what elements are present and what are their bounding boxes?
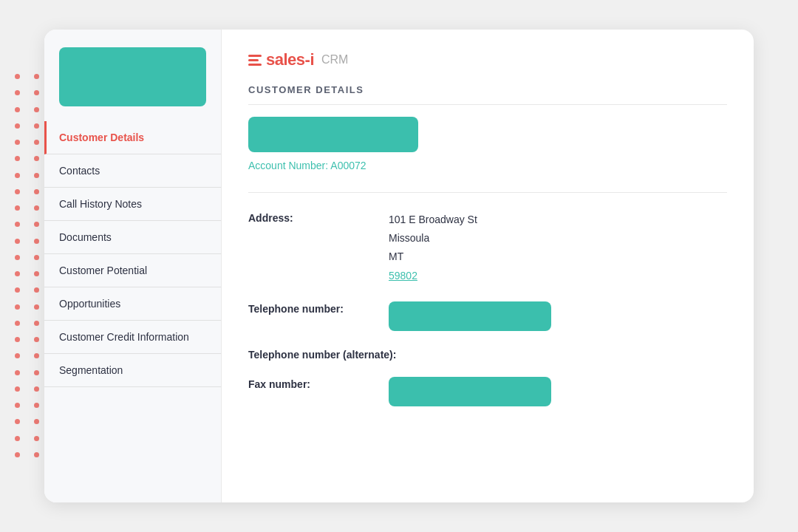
fax-row: Fax number: bbox=[248, 377, 727, 406]
logo-line-2 bbox=[248, 59, 259, 61]
address-value: 101 E Broadway St Missoula MT 59802 bbox=[389, 211, 727, 285]
account-number-label: Account Number: bbox=[248, 160, 328, 171]
account-number: Account Number: A00072 bbox=[248, 160, 727, 171]
address-zip: 59802 bbox=[389, 267, 727, 285]
logo-line-3 bbox=[248, 64, 262, 66]
telephone-alt-row: Telephone number (alternate): bbox=[248, 347, 727, 361]
sidebar-item-customer-potential[interactable]: Customer Potential bbox=[44, 254, 221, 287]
sidebar-item-opportunities[interactable]: Opportunities bbox=[44, 287, 221, 321]
address-line1: 101 E Broadway St bbox=[389, 211, 727, 229]
divider-1 bbox=[248, 192, 727, 193]
customer-name-block bbox=[248, 117, 418, 152]
logo-lines-icon bbox=[248, 55, 262, 66]
telephone-value bbox=[389, 301, 727, 331]
logo-text: sales-i bbox=[266, 50, 314, 69]
sidebar-item-customer-details[interactable]: Customer Details bbox=[44, 121, 221, 154]
account-number-value: A00072 bbox=[330, 160, 366, 171]
detail-table: Address: 101 E Broadway St Missoula MT 5… bbox=[248, 211, 727, 406]
fax-value bbox=[389, 377, 727, 406]
sidebar-nav: Customer DetailsContactsCall History Not… bbox=[44, 121, 221, 387]
sidebar: Customer DetailsContactsCall History Not… bbox=[44, 30, 222, 502]
header-bar: sales-i CRM bbox=[248, 50, 727, 69]
crm-badge: CRM bbox=[321, 53, 348, 66]
telephone-alt-label: Telephone number (alternate): bbox=[248, 347, 396, 361]
sales-i-logo: sales-i CRM bbox=[248, 50, 348, 69]
sidebar-item-segmentation[interactable]: Segmentation bbox=[44, 354, 221, 387]
main-content: sales-i CRM CUSTOMER DETAILS Account Num… bbox=[222, 30, 754, 502]
fax-value-block bbox=[389, 377, 551, 406]
main-card: Customer DetailsContactsCall History Not… bbox=[44, 30, 754, 502]
sidebar-item-customer-credit-information[interactable]: Customer Credit Information bbox=[44, 321, 221, 354]
address-line3: MT bbox=[389, 248, 727, 266]
sidebar-logo-placeholder bbox=[59, 47, 206, 106]
telephone-value-block bbox=[389, 301, 551, 331]
address-row: Address: 101 E Broadway St Missoula MT 5… bbox=[248, 211, 727, 285]
logo-line-1 bbox=[248, 55, 262, 57]
page-title: CUSTOMER DETAILS bbox=[248, 84, 727, 105]
address-line2: Missoula bbox=[389, 229, 727, 248]
address-label: Address: bbox=[248, 211, 389, 224]
fax-label: Fax number: bbox=[248, 377, 389, 390]
telephone-row: Telephone number: bbox=[248, 301, 727, 331]
telephone-label: Telephone number: bbox=[248, 301, 389, 315]
sidebar-item-call-history-notes[interactable]: Call History Notes bbox=[44, 188, 221, 221]
sidebar-item-documents[interactable]: Documents bbox=[44, 221, 221, 254]
sidebar-item-contacts[interactable]: Contacts bbox=[44, 154, 221, 188]
